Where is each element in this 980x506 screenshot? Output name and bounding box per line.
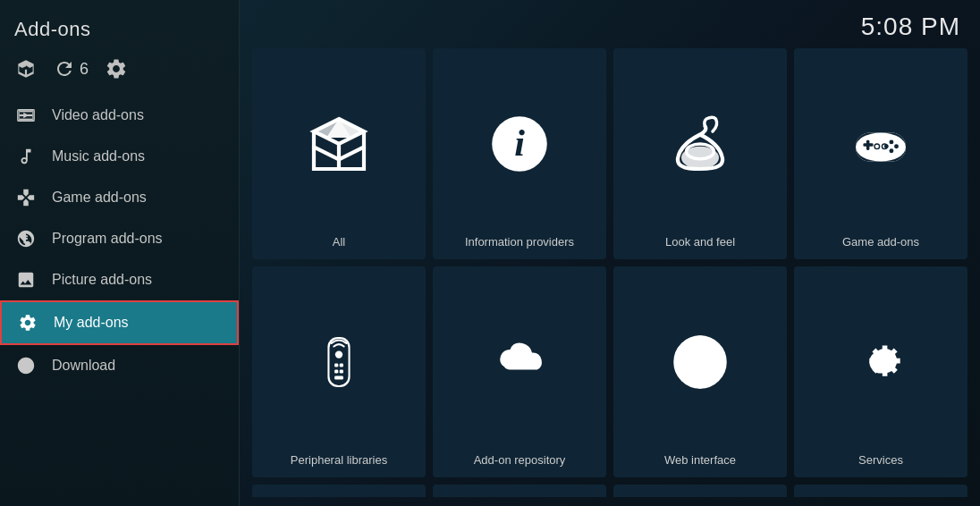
remote-icon	[308, 281, 370, 443]
game-icon	[14, 186, 38, 209]
picture-icon	[14, 268, 38, 291]
grid-item-label: Look and feel	[665, 235, 735, 249]
sidebar: Add-ons 6 Video add-ons	[0, 0, 240, 506]
sidebar-item-label: My add-ons	[54, 315, 129, 331]
svg-rect-26	[340, 369, 343, 373]
grid-item-label: Services	[858, 453, 903, 467]
cloud-icon	[488, 281, 551, 443]
svg-point-16	[889, 148, 893, 153]
grid-item-look-feel[interactable]: Look and feel	[613, 48, 787, 259]
svg-rect-23	[334, 363, 338, 367]
gear-icon	[849, 281, 912, 443]
look-feel-icon	[669, 63, 731, 224]
music-icon	[14, 145, 38, 168]
program-icon	[14, 227, 38, 250]
grid-item-label: Add-on repository	[474, 453, 566, 467]
hint-item-4	[794, 485, 967, 497]
addon-grid: All i Information providers	[249, 48, 971, 477]
grid-item-info-providers[interactable]: i Information providers	[433, 48, 606, 259]
clock: 5:08 PM	[861, 13, 960, 41]
sidebar-item-label: Picture add-ons	[52, 272, 152, 288]
hint-item-3	[613, 485, 787, 497]
sidebar-header: Add-ons	[0, 9, 239, 46]
grid-bottom-hint	[249, 485, 971, 497]
grid-item-services[interactable]: Services	[794, 266, 967, 477]
top-bar: 5:08 PM	[249, 9, 971, 48]
sidebar-item-game-addons[interactable]: Game add-ons	[0, 177, 239, 218]
grid-item-all[interactable]: All	[252, 48, 426, 259]
sidebar-item-label: Video add-ons	[52, 107, 144, 123]
grid-item-label: Game add-ons	[842, 235, 919, 249]
sidebar-toolbar: 6	[0, 46, 239, 95]
sidebar-item-picture-addons[interactable]: Picture add-ons	[0, 259, 239, 300]
svg-point-15	[894, 144, 899, 148]
hint-item-1	[252, 485, 426, 497]
main-content: 5:08 PM All	[240, 0, 980, 506]
svg-point-14	[889, 139, 893, 144]
sidebar-item-label: Program add-ons	[52, 231, 163, 247]
grid-item-label: Peripheral libraries	[291, 453, 387, 467]
download-icon	[14, 354, 38, 377]
grid-item-addon-repo[interactable]: Add-on repository	[433, 266, 606, 477]
box-icon	[308, 63, 370, 224]
sidebar-item-label: Game add-ons	[52, 190, 147, 206]
package-icon-button[interactable]	[14, 57, 38, 80]
svg-rect-13	[866, 139, 870, 149]
svg-rect-27	[334, 375, 343, 379]
svg-rect-25	[334, 369, 338, 373]
update-count: 6	[80, 60, 89, 79]
globe-icon	[669, 281, 731, 443]
update-badge[interactable]: 6	[54, 58, 89, 80]
video-icon	[14, 104, 38, 127]
grid-item-label: Web interface	[664, 453, 736, 467]
sidebar-item-video-addons[interactable]: Video add-ons	[0, 95, 239, 136]
grid-item-label: Information providers	[465, 235, 574, 249]
grid-item-web-interface[interactable]: Web interface	[613, 266, 787, 477]
grid-item-game-addons[interactable]: Game add-ons	[794, 48, 967, 259]
sidebar-item-program-addons[interactable]: Program add-ons	[0, 218, 239, 259]
sidebar-item-music-addons[interactable]: Music add-ons	[0, 136, 239, 177]
sidebar-item-my-addons[interactable]: My add-ons	[0, 300, 239, 345]
sidebar-item-label: Music add-ons	[52, 148, 145, 164]
sidebar-item-download[interactable]: Download	[0, 345, 239, 386]
gamepad-icon	[849, 63, 912, 224]
svg-rect-24	[340, 363, 343, 367]
sidebar-title: Add-ons	[14, 18, 90, 40]
grid-item-label: All	[333, 235, 345, 249]
nav-menu: Video add-ons Music add-ons Game add-ons…	[0, 95, 239, 506]
svg-point-22	[335, 350, 342, 358]
myaddons-icon	[16, 311, 39, 334]
svg-text:i: i	[514, 122, 525, 163]
settings-icon-button[interactable]	[105, 57, 128, 80]
grid-item-peripheral-libs[interactable]: Peripheral libraries	[252, 266, 426, 477]
hint-item-2	[433, 485, 606, 497]
info-circle-icon: i	[488, 63, 551, 224]
sidebar-item-label: Download	[52, 358, 115, 374]
